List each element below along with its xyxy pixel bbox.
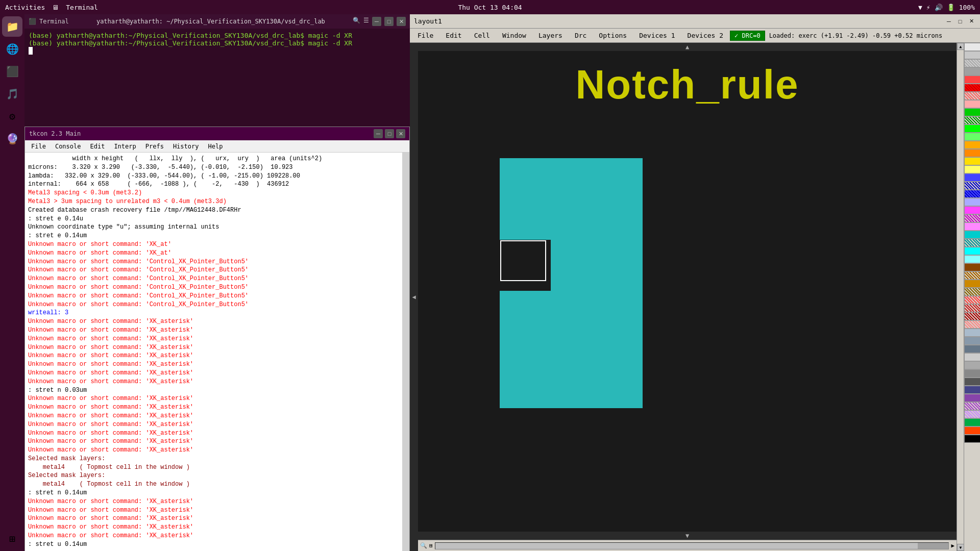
layer-swatch-43[interactable]: [964, 394, 980, 402]
layer-swatch-35[interactable]: [964, 329, 980, 337]
canvas-scroll-down[interactable]: ▼: [418, 532, 957, 540]
sidebar-icon-files[interactable]: 📁: [2, 16, 22, 37]
layer-swatch-18[interactable]: [964, 190, 980, 198]
canvas-area[interactable]: Notch_rule: [418, 51, 957, 532]
tkcon-menu-interp[interactable]: Interp: [110, 142, 140, 151]
tkcon-menu-history[interactable]: History: [169, 142, 203, 151]
layer-swatch-44[interactable]: [964, 402, 980, 410]
layer-swatch-36[interactable]: [964, 337, 980, 345]
layer-swatch-48[interactable]: [964, 435, 980, 443]
layer-swatch-46[interactable]: [964, 418, 980, 427]
tkcon-menu-file[interactable]: File: [27, 142, 50, 151]
layer-swatch-14[interactable]: [964, 157, 980, 165]
layer-swatch-19[interactable]: [964, 198, 980, 206]
terminal-maximize-button[interactable]: □: [384, 17, 394, 26]
vscroll-track[interactable]: [957, 50, 964, 544]
magic-maximize-button[interactable]: □: [955, 17, 965, 26]
sidebar-icon-music[interactable]: 🎵: [2, 84, 22, 104]
canvas-scroll-left[interactable]: ◀: [410, 43, 418, 551]
tkcon-menu-console[interactable]: Console: [51, 142, 85, 151]
layer-swatch-42[interactable]: [964, 386, 980, 394]
layer-swatch-0[interactable]: [964, 43, 980, 51]
layer-swatch-8[interactable]: [964, 108, 980, 116]
layer-swatch-39[interactable]: [964, 361, 980, 369]
vscroll-down-button[interactable]: ▼: [957, 544, 964, 551]
sidebar-icon-apps[interactable]: ⊞: [2, 529, 22, 549]
terminal-label[interactable]: Terminal: [66, 4, 98, 11]
layer-swatch-25[interactable]: [964, 247, 980, 255]
magic-menu-window[interactable]: Window: [497, 30, 532, 41]
layer-swatch-10[interactable]: [964, 124, 980, 133]
canvas-rightmost-icon[interactable]: ▶: [951, 542, 954, 549]
layer-swatch-5[interactable]: [964, 84, 980, 92]
magic-menu-cell[interactable]: Cell: [469, 30, 496, 41]
canvas-hscroll-thumb[interactable]: [918, 543, 948, 549]
magic-menu-layers[interactable]: Layers: [533, 30, 568, 41]
tkcon-minimize-button[interactable]: ─: [374, 129, 383, 138]
layer-swatch-1[interactable]: [964, 51, 980, 59]
layer-swatch-27[interactable]: [964, 263, 980, 271]
layer-swatch-3[interactable]: [964, 67, 980, 76]
magic-menu-file[interactable]: File: [412, 30, 439, 41]
layer-swatch-32[interactable]: [964, 304, 980, 312]
terminal-close-button[interactable]: ✕: [397, 17, 406, 26]
layer-swatch-16[interactable]: [964, 173, 980, 182]
layer-swatch-13[interactable]: [964, 149, 980, 157]
sidebar-icon-browser[interactable]: 🌐: [2, 39, 22, 59]
layer-swatch-29[interactable]: [964, 280, 980, 288]
layer-swatch-17[interactable]: [964, 182, 980, 190]
layer-swatch-24[interactable]: [964, 239, 980, 247]
layer-swatch-6[interactable]: [964, 92, 980, 100]
sidebar-icon-terminal[interactable]: ⬛: [2, 61, 22, 82]
layer-swatch-26[interactable]: [964, 255, 980, 263]
layer-swatch-30[interactable]: [964, 288, 980, 296]
magic-menu-edit[interactable]: Edit: [440, 30, 467, 41]
canvas-fit-icon[interactable]: ⊞: [429, 542, 433, 549]
terminal-search-icon[interactable]: 🔍: [353, 17, 360, 26]
layer-swatch-22[interactable]: [964, 222, 980, 231]
layer-swatch-23[interactable]: [964, 231, 980, 239]
layer-swatch-7[interactable]: [964, 100, 980, 108]
activities-label[interactable]: Activities: [5, 4, 45, 11]
tkcon-menu-help[interactable]: Help: [204, 142, 227, 151]
tkcon-scrollbar[interactable]: [402, 153, 409, 551]
layer-swatch-45[interactable]: [964, 410, 980, 418]
magic-close-button[interactable]: ✕: [967, 17, 976, 26]
sidebar-icon-settings[interactable]: ⚙: [2, 106, 22, 127]
terminal-tab-label[interactable]: Terminal: [39, 18, 69, 25]
layer-swatch-15[interactable]: [964, 165, 980, 173]
drc-badge[interactable]: ✓ DRC=0: [730, 31, 765, 41]
terminal-cursor-line[interactable]: [29, 47, 33, 55]
layer-swatch-47[interactable]: [964, 427, 980, 435]
layer-swatch-4[interactable]: [964, 76, 980, 84]
tkcon-menu-prefs[interactable]: Prefs: [141, 142, 168, 151]
magic-menu-devices2[interactable]: Devices 2: [682, 30, 729, 41]
layer-swatch-2[interactable]: [964, 59, 980, 67]
canvas-scroll-up[interactable]: ▲: [418, 43, 957, 51]
magic-minimize-button[interactable]: ─: [944, 17, 953, 26]
layer-swatch-11[interactable]: [964, 133, 980, 141]
layer-swatch-33[interactable]: [964, 312, 980, 320]
layer-swatch-38[interactable]: [964, 353, 980, 361]
layer-swatch-12[interactable]: [964, 141, 980, 149]
layer-swatch-28[interactable]: [964, 271, 980, 280]
layer-swatch-9[interactable]: [964, 116, 980, 124]
vscroll-up-button[interactable]: ▲: [957, 43, 964, 50]
layer-swatch-34[interactable]: [964, 320, 980, 329]
canvas-hscrollbar[interactable]: [435, 542, 949, 549]
layer-swatch-31[interactable]: [964, 296, 980, 304]
magic-menu-options[interactable]: Options: [593, 30, 632, 41]
tkcon-maximize-button[interactable]: □: [385, 129, 394, 138]
sidebar-icon-magic[interactable]: 🔮: [2, 129, 22, 149]
layer-swatch-37[interactable]: [964, 345, 980, 353]
magic-menu-devices1[interactable]: Devices 1: [633, 30, 680, 41]
tkcon-menu-edit[interactable]: Edit: [86, 142, 109, 151]
layer-swatch-20[interactable]: [964, 206, 980, 214]
tkcon-close-button[interactable]: ✕: [396, 129, 405, 138]
canvas-vscrollbar[interactable]: ▲ ▼: [957, 43, 964, 551]
magic-menu-drc[interactable]: Drc: [569, 30, 592, 41]
layer-swatch-41[interactable]: [964, 378, 980, 386]
terminal-menu-icon[interactable]: ☰: [363, 17, 369, 26]
terminal-minimize-button[interactable]: ─: [372, 17, 381, 26]
layer-swatch-21[interactable]: [964, 214, 980, 222]
